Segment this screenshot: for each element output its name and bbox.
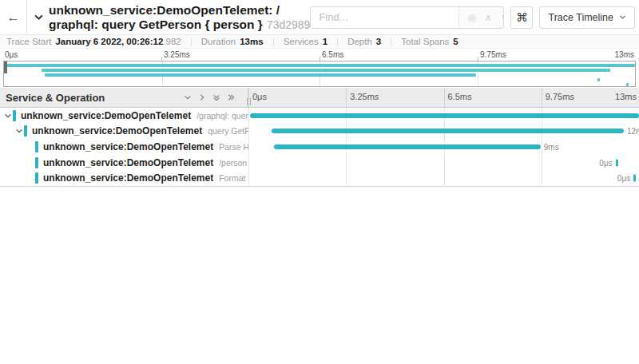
trace-id: 73d2989 <box>267 18 311 31</box>
ruler-gridline <box>346 88 347 107</box>
ruler-tick: 6.5ms <box>448 92 472 101</box>
trace-summary-bar: Trace Start January 6 2022, 00:26:12 .98… <box>0 35 639 49</box>
find-prev-icon[interactable]: ∧ <box>485 13 492 22</box>
span-timeline-cell[interactable]: 9ms <box>248 139 639 155</box>
ruler-tick: 13ms <box>615 50 634 59</box>
span-table-header: Service & Operation <box>0 88 639 108</box>
service-name: unknown_service:DemoOpenTelemet <box>43 172 213 184</box>
column-resize-handle[interactable] <box>247 98 251 105</box>
tree-controls <box>184 93 236 102</box>
minimap-span-bar <box>45 73 476 77</box>
trace-title-line1: unknown_service:DemoOpenTelemet: / <box>49 3 310 18</box>
operation-name: /person <box>219 158 247 168</box>
trace-title-line2: graphql: query GetPerson { person }73d29… <box>49 18 310 32</box>
span-name-cell[interactable]: unknown_service:DemoOpenTelemet query Ge… <box>0 124 248 140</box>
span-name-cell[interactable]: unknown_service:DemoOpenTelemet /person <box>0 155 248 171</box>
locate-icon[interactable]: ◎ <box>467 13 475 22</box>
service-name: unknown_service:DemoOpenTelemet <box>43 157 213 168</box>
span-row[interactable]: unknown_service:DemoOpenTelemet /graphql… <box>0 108 639 124</box>
ruler-tick: 0μs <box>5 50 18 59</box>
minimap-span-bar <box>6 64 635 67</box>
ruler-gridline <box>542 88 542 107</box>
chevron-down-icon[interactable] <box>3 112 13 120</box>
page-title: unknown_service:DemoOpenTelemet: / graph… <box>49 3 310 32</box>
span-row[interactable]: unknown_service:DemoOpenTelemet Format H… <box>0 170 639 186</box>
span-row[interactable]: unknown_service:DemoOpenTelemet Parse HT… <box>0 139 639 155</box>
span-timeline-cell[interactable]: 0μs <box>248 170 639 186</box>
span-duration-label: 9ms <box>544 142 559 151</box>
page-header: ← unknown_service:DemoOpenTelemet: / gra… <box>0 0 639 35</box>
service-color-indicator <box>35 141 38 152</box>
ruler-tick: 9.75ms <box>546 92 574 101</box>
ruler-tick: 3.25ms <box>350 92 379 101</box>
expand-all-icon[interactable] <box>227 93 236 101</box>
ruler-gridline <box>444 88 445 107</box>
ruler-tick: 9.75ms <box>480 50 506 59</box>
timeline-ruler: 0μs 3.25ms 6.5ms 9.75ms 13ms <box>248 88 639 107</box>
operation-name: query GetPerson { person } <box>208 126 248 136</box>
minimap-ruler: 0μs 3.25ms 6.5ms 9.75ms 13ms <box>3 49 636 61</box>
find-input[interactable] <box>311 7 458 28</box>
ruler-tick: 3.25ms <box>164 50 190 59</box>
span-timeline-cell[interactable] <box>248 108 639 124</box>
span-name-cell[interactable]: unknown_service:DemoOpenTelemet Parse HT… <box>0 139 248 155</box>
collapse-one-icon[interactable] <box>184 93 192 101</box>
view-selector-label: Trace Timeline <box>548 12 613 23</box>
service-color-indicator <box>35 172 38 184</box>
chevron-down-icon[interactable] <box>14 127 24 135</box>
find-controls: ◎ ∧ ∨ × <box>458 7 504 28</box>
chevron-down-icon <box>34 11 44 26</box>
ruler-tick: 6.5ms <box>322 50 343 59</box>
trace-timeline-page: ← unknown_service:DemoOpenTelemet: / gra… <box>0 0 639 364</box>
operation-name: Format HTTP Response <box>219 173 248 183</box>
span-bar[interactable] <box>272 129 624 133</box>
trace-view-selector[interactable]: Trace Timeline <box>539 6 635 29</box>
find-next-icon[interactable]: ∨ <box>501 13 505 22</box>
span-duration-label: 0μs <box>617 174 630 183</box>
viewport-scrubber-handle[interactable] <box>4 61 7 73</box>
operation-name: /graphql: query GetPerson { person } <box>196 111 248 121</box>
span-duration-label: 0μs <box>599 158 612 167</box>
collapse-all-icon[interactable] <box>212 93 220 102</box>
span-row[interactable]: unknown_service:DemoOpenTelemet query Ge… <box>0 124 639 140</box>
span-name-cell[interactable]: unknown_service:DemoOpenTelemet Format H… <box>0 170 248 186</box>
span-timeline-cell[interactable]: 12ms <box>248 124 639 140</box>
minimap-span-bar <box>42 69 611 72</box>
span-bar[interactable] <box>274 144 541 149</box>
service-color-indicator <box>35 157 38 168</box>
service-name: unknown_service:DemoOpenTelemet <box>43 141 213 152</box>
span-timeline-cell[interactable]: 0μs <box>248 155 639 171</box>
span-row[interactable]: unknown_service:DemoOpenTelemet /person … <box>0 155 639 171</box>
service-name: unknown_service:DemoOpenTelemet <box>21 110 191 121</box>
operation-name: Parse HTTP Request <box>219 142 248 152</box>
span-duration-label: 12ms <box>627 127 639 136</box>
ruler-tick: 0μs <box>252 92 267 101</box>
duration-stat: Duration 13ms <box>192 38 274 46</box>
depth-stat: Depth 3 <box>338 38 391 46</box>
trace-minimap[interactable] <box>3 61 636 87</box>
service-name: unknown_service:DemoOpenTelemet <box>32 125 202 136</box>
back-button[interactable]: ← <box>0 0 27 35</box>
find-group: ◎ ∧ ∨ × <box>310 6 504 29</box>
service-operation-header: Service & Operation <box>0 88 248 107</box>
trace-collapse-toggle[interactable] <box>34 11 44 26</box>
command-icon: ⌘ <box>516 10 528 25</box>
minimap-span-bar <box>597 78 600 81</box>
expand-one-icon[interactable] <box>198 93 206 101</box>
service-color-indicator <box>24 125 27 136</box>
span-bar[interactable] <box>633 175 636 182</box>
keyboard-shortcuts-button[interactable]: ⌘ <box>510 6 533 29</box>
minimap-span-bar <box>626 83 629 86</box>
services-stat: Services 1 <box>274 38 339 46</box>
service-color-indicator <box>13 110 16 121</box>
total-spans-stat: Total Spans 5 <box>391 38 468 46</box>
span-bar[interactable] <box>616 159 618 166</box>
service-operation-title: Service & Operation <box>6 92 105 104</box>
span-bar[interactable] <box>250 113 639 118</box>
span-rows: unknown_service:DemoOpenTelemet /graphql… <box>0 108 639 187</box>
ruler-tick: 13ms <box>615 92 637 101</box>
trace-start-stat: Trace Start January 6 2022, 00:26:12 .98… <box>6 38 192 46</box>
chevron-down-icon <box>619 12 626 23</box>
back-arrow-icon: ← <box>7 10 20 25</box>
span-name-cell[interactable]: unknown_service:DemoOpenTelemet /graphql… <box>0 108 248 124</box>
